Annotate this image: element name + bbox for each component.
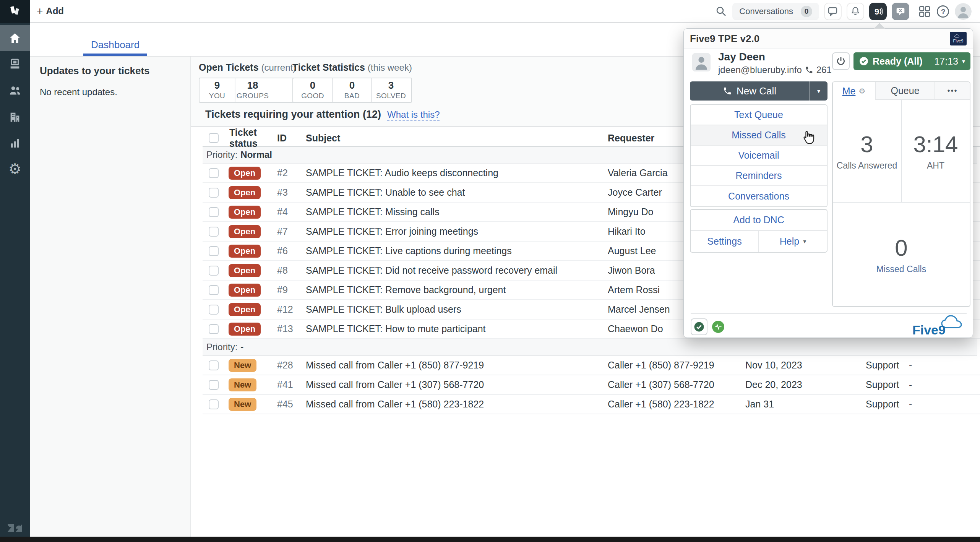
add-label: Add xyxy=(46,6,64,16)
tab-dashboard[interactable]: Dashboard xyxy=(83,36,147,56)
aht-value: 3:14 xyxy=(913,131,958,157)
ticket-assignee: - xyxy=(909,379,980,390)
help-button[interactable]: Help ▾ xyxy=(758,231,827,252)
sidebar-item-customers[interactable] xyxy=(0,78,30,104)
row-checkbox[interactable] xyxy=(209,168,219,178)
new-call-dropdown-toggle[interactable]: ▾ xyxy=(809,81,827,101)
five9-brand-text: Five9 xyxy=(912,323,946,337)
row-checkbox[interactable] xyxy=(209,207,219,217)
zendesk-tilted-logo-icon xyxy=(7,4,23,19)
ticket-subject[interactable]: SAMPLE TICKET: Bulk upload users xyxy=(306,304,608,315)
ticket-subject[interactable]: SAMPLE TICKET: Audio keeps disconnecting xyxy=(306,167,608,179)
what-is-this-link[interactable]: What is this? xyxy=(387,109,440,121)
sidebar-item-home[interactable] xyxy=(0,25,30,51)
ticket-subject[interactable]: SAMPLE TICKET: Missing calls xyxy=(306,206,608,217)
chat-icon xyxy=(827,6,839,17)
five9-app-button[interactable]: 9 xyxy=(869,3,887,20)
col-subject[interactable]: Subject xyxy=(306,133,608,144)
col-id[interactable]: ID xyxy=(277,133,306,144)
ticket-requested: Dec 20, 2023 xyxy=(745,379,866,390)
table-row[interactable]: New #41 Missed call from Caller +1 (307)… xyxy=(203,375,980,395)
stat-cell-good[interactable]: 0 GOOD xyxy=(293,78,332,102)
sidebar-item-reporting[interactable] xyxy=(0,130,30,156)
product-tray-icon[interactable] xyxy=(918,5,931,18)
chat-button[interactable] xyxy=(824,3,842,20)
sidebar-item-admin[interactable]: ⚙ xyxy=(0,156,30,182)
row-checkbox[interactable] xyxy=(209,227,219,237)
five9-menu: Text Queue Missed Calls Voicemail Remind… xyxy=(690,104,827,207)
priority-value: - xyxy=(240,342,243,352)
ticket-subject[interactable]: Missed call from Caller +1 (307) 568-772… xyxy=(306,379,608,390)
ticket-subject[interactable]: SAMPLE TICKET: How to mute participant xyxy=(306,323,608,334)
gear-icon[interactable]: ⚙ xyxy=(858,86,865,96)
menu-item-missed-calls[interactable]: Missed Calls xyxy=(691,125,827,146)
priority-value: Normal xyxy=(240,149,272,160)
select-all-checkbox[interactable] xyxy=(209,133,219,143)
ticket-subject[interactable]: SAMPLE TICKET: Remove background, urgent xyxy=(306,284,608,295)
table-row[interactable]: New #45 Missed call from Caller +1 (580)… xyxy=(203,395,980,414)
ticket-subject[interactable]: SAMPLE TICKET: Error joining meetings xyxy=(306,226,608,237)
stat-cell-bad[interactable]: 0 BAD xyxy=(332,78,371,102)
row-checkbox[interactable] xyxy=(209,246,219,256)
notifications-button[interactable] xyxy=(847,3,864,20)
row-checkbox[interactable] xyxy=(209,360,219,370)
ticket-subject[interactable]: SAMPLE TICKET: Unable to see chat xyxy=(306,187,608,198)
five9-panel: Five9 TPE v2.0 Five9 Jay Deen jdeen@blue… xyxy=(683,28,973,338)
help-icon[interactable]: ? xyxy=(936,5,950,18)
five9-badge-label: Five9 xyxy=(953,39,964,43)
search-icon[interactable] xyxy=(715,5,727,18)
new-call-button[interactable]: New Call ▾ xyxy=(690,81,827,101)
power-icon xyxy=(836,56,846,66)
messaging-unavailable-button[interactable] xyxy=(892,3,909,20)
connection-status-button[interactable] xyxy=(691,318,707,335)
tab-queue[interactable]: Queue xyxy=(875,82,935,100)
agent-status-button[interactable]: Ready (All) 17:13 ▾ xyxy=(853,52,970,70)
five9-icon: 9 xyxy=(872,5,884,18)
stats-row-top: 3 Calls Answered 3:14 AHT xyxy=(833,100,970,203)
home-icon xyxy=(8,32,21,45)
menu-item-reminders[interactable]: Reminders xyxy=(691,166,827,186)
tab-more[interactable]: ••• xyxy=(935,82,970,100)
settings-button[interactable]: Settings xyxy=(691,231,758,252)
ticket-subject[interactable]: SAMPLE TICKET: Did not receive password … xyxy=(306,265,608,276)
health-pulse-icon[interactable] xyxy=(712,321,724,333)
five9-cloud-logo: Five9 xyxy=(912,315,969,337)
ticket-requester: Caller +1 (850) 877-9219 xyxy=(608,360,745,371)
logout-power-button[interactable] xyxy=(832,52,850,70)
stat-cell-solved[interactable]: 3 SOLVED xyxy=(371,78,410,102)
ticket-requested: Jan 31 xyxy=(745,399,866,410)
tab-me[interactable]: Me ⚙ xyxy=(833,82,875,100)
menu-item-conversations[interactable]: Conversations xyxy=(691,186,827,206)
conversations-pill[interactable]: Conversations 0 xyxy=(732,3,819,20)
row-checkbox[interactable] xyxy=(209,266,219,276)
caret-down-icon: ▾ xyxy=(962,58,965,65)
ticket-subject[interactable]: Missed call from Caller +1 (850) 877-921… xyxy=(306,360,608,371)
row-checkbox[interactable] xyxy=(209,324,219,334)
menu-item-text-queue[interactable]: Text Queue xyxy=(691,105,827,125)
sidebar-item-views[interactable] xyxy=(0,51,30,77)
agent-email: jdeen@blueruby.info xyxy=(718,65,802,75)
row-checkbox[interactable] xyxy=(209,305,219,315)
row-checkbox[interactable] xyxy=(209,188,219,198)
table-row[interactable]: New #28 Missed call from Caller +1 (850)… xyxy=(203,356,980,375)
stat-cell-groups[interactable]: 18 GROUPS xyxy=(235,78,270,102)
add-to-dnc-button[interactable]: Add to DNC xyxy=(691,210,827,231)
col-ticket-status[interactable]: Ticket status xyxy=(226,127,277,149)
agent-status-timer: 17:13 xyxy=(934,56,958,67)
ticket-subject[interactable]: SAMPLE TICKET: Live captions during meet… xyxy=(306,245,608,256)
sidebar-item-organizations[interactable] xyxy=(0,104,30,130)
user-avatar[interactable] xyxy=(955,3,972,20)
row-checkbox[interactable] xyxy=(209,285,219,295)
plus-icon: + xyxy=(37,5,43,17)
row-checkbox[interactable] xyxy=(209,399,219,409)
missed-calls-label: Missed Calls xyxy=(876,264,926,274)
add-button[interactable]: + Add xyxy=(37,5,64,17)
ticket-subject[interactable]: Missed call from Caller +1 (580) 223-182… xyxy=(306,399,608,410)
ticket-id: #28 xyxy=(277,360,306,371)
zendesk-product-logo-icon[interactable] xyxy=(0,0,30,23)
stat-cell-you[interactable]: 9 YOU xyxy=(200,78,235,102)
menu-item-voicemail[interactable]: Voicemail xyxy=(691,146,827,166)
tab-me-label: Me xyxy=(842,86,856,97)
ticket-statistics-subtitle: (this week) xyxy=(368,62,412,73)
row-checkbox[interactable] xyxy=(209,380,219,390)
